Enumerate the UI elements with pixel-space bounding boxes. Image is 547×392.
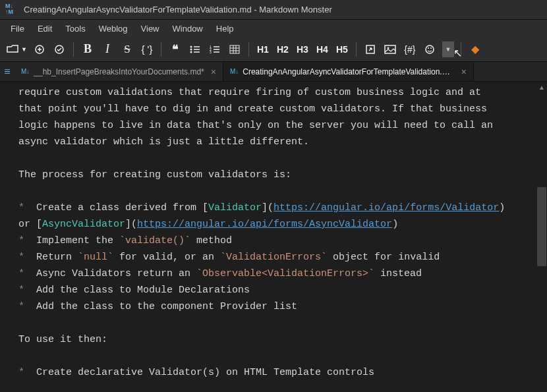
svg-point-8 — [190, 51, 192, 53]
menu-view[interactable]: View — [136, 21, 165, 36]
text: logic happens to live in data that's onl… — [18, 120, 493, 131]
menu-weblog[interactable]: Weblog — [94, 21, 133, 36]
h3-button[interactable]: H3 — [295, 40, 310, 59]
bullet: * — [18, 367, 30, 378]
menu-help[interactable]: Help — [211, 21, 239, 36]
separator — [248, 42, 249, 57]
text: Async Validators return an — [30, 268, 196, 279]
text: require custom validations that require … — [18, 87, 481, 98]
text: or [ — [18, 219, 42, 230]
preview-button[interactable]: ◆ — [468, 40, 482, 59]
link-text: AsyncValidator — [42, 219, 125, 230]
menu-edit[interactable]: Edit — [32, 21, 57, 36]
svg-rect-16 — [230, 45, 239, 53]
code-button[interactable]: { '} — [140, 40, 154, 59]
bullet: * — [18, 202, 30, 213]
text: Return — [30, 252, 78, 263]
h5-button[interactable]: H5 — [335, 40, 349, 59]
text: ]( — [262, 202, 274, 213]
vertical-scrollbar[interactable]: ▲ — [536, 82, 547, 392]
toolbar-dropdown[interactable]: ▼↖ — [442, 42, 454, 57]
separator — [73, 42, 74, 57]
toolbar: ▼ B I S { '} ❝ 123 H1 H2 H3 H4 H5 {#} ▼↖… — [0, 37, 547, 62]
text: for valid, or an — [113, 252, 220, 263]
menu-file[interactable]: File — [5, 21, 30, 36]
numberlist-button[interactable]: 123 — [208, 40, 222, 59]
code: `null` — [78, 252, 113, 263]
text: Implement the — [30, 235, 119, 246]
open-file-button[interactable]: ▼ — [7, 40, 27, 59]
svg-point-24 — [426, 45, 434, 53]
h2-button[interactable]: H2 — [275, 40, 290, 59]
h4-button[interactable]: H4 — [315, 40, 330, 59]
text: Create a class derived from [ — [30, 202, 208, 213]
text: ) — [499, 202, 505, 213]
code: `ValidationErrors` — [220, 252, 327, 263]
separator — [161, 42, 161, 57]
close-icon[interactable]: × — [211, 67, 216, 77]
markdown-file-icon: M↓ — [21, 68, 30, 75]
menu-tools[interactable]: Tools — [60, 21, 90, 36]
svg-point-23 — [387, 47, 389, 49]
app-logo: M↓ ↑M — [5, 3, 18, 16]
table-button[interactable] — [227, 40, 242, 59]
link-text: Validator — [208, 202, 262, 213]
text: ]( — [125, 219, 137, 230]
bold-button[interactable]: B — [80, 40, 95, 59]
image-button[interactable] — [383, 40, 397, 59]
hash-button[interactable]: {#} — [403, 40, 417, 59]
text: method — [190, 235, 232, 246]
separator — [461, 42, 461, 57]
link-url: https://angular.io/api/forms/AsyncValida… — [137, 219, 392, 230]
markdown-file-icon: M↓ — [230, 68, 239, 75]
italic-button[interactable]: I — [100, 40, 115, 59]
svg-point-6 — [190, 48, 192, 50]
text: ) — [392, 219, 398, 230]
tab-inactive[interactable]: M↓ __hb_InsertPageBreaksIntoYourDocument… — [14, 62, 223, 81]
bullet: * — [18, 285, 30, 296]
menu-window[interactable]: Window — [167, 21, 208, 36]
quote-button[interactable]: ❝ — [168, 40, 183, 59]
scroll-up-icon[interactable]: ▲ — [536, 82, 547, 92]
tab-active[interactable]: M↓ CreatingAnAngularAsyncValidatorForTem… — [223, 62, 474, 81]
link-button[interactable] — [363, 40, 378, 59]
text: To use it then: — [18, 334, 107, 345]
svg-point-4 — [190, 45, 192, 47]
text: Create declarative Validator(s) on HTML … — [30, 367, 374, 378]
tabstrip: ≡ M↓ __hb_InsertPageBreaksIntoYourDocume… — [0, 62, 547, 82]
strike-button[interactable]: S — [120, 40, 134, 59]
text: async validator which is just a little d… — [18, 136, 309, 148]
text: that point you'll have to dig in and cre… — [18, 103, 487, 115]
bulletlist-button[interactable] — [188, 40, 202, 59]
svg-point-25 — [428, 47, 429, 49]
text: The process for creating custom validato… — [18, 169, 291, 181]
new-button[interactable] — [32, 40, 47, 59]
bullet: * — [18, 252, 30, 263]
code: `validate()` — [119, 235, 190, 246]
text: Add the class to the component Provider … — [30, 301, 297, 312]
window-title: CreatingAnAngularAsyncValidatorForTempla… — [24, 5, 332, 14]
bullet: * — [18, 301, 30, 312]
menubar: File Edit Tools Weblog View Window Help — [0, 20, 547, 37]
tab-label: CreatingAnAngularAsyncValidatorForTempla… — [243, 67, 454, 76]
tab-label: __hb_InsertPageBreaksIntoYourDocuments.m… — [34, 67, 204, 76]
titlebar: M↓ ↑M CreatingAnAngularAsyncValidatorFor… — [0, 0, 547, 20]
editor-content[interactable]: require custom validations that require … — [0, 82, 536, 392]
separator — [356, 42, 357, 57]
code: `Observable<ValidationErrors>` — [196, 268, 374, 279]
text: object for invalid — [327, 252, 440, 263]
h1-button[interactable]: H1 — [256, 40, 270, 59]
scroll-thumb[interactable] — [537, 187, 546, 266]
close-icon[interactable]: × — [461, 67, 467, 77]
save-button[interactable] — [52, 40, 67, 59]
bullet: * — [18, 268, 30, 279]
svg-point-26 — [430, 47, 432, 49]
link-url: https://angular.io/api/forms/Validator — [274, 202, 499, 213]
sidebar-toggle-icon[interactable]: ≡ — [0, 62, 14, 81]
svg-text:3: 3 — [210, 50, 212, 54]
text: Add the class to Module Declarations — [30, 285, 250, 296]
emoji-button[interactable] — [422, 40, 437, 59]
bullet: * — [18, 235, 30, 246]
text: instead — [374, 268, 422, 279]
